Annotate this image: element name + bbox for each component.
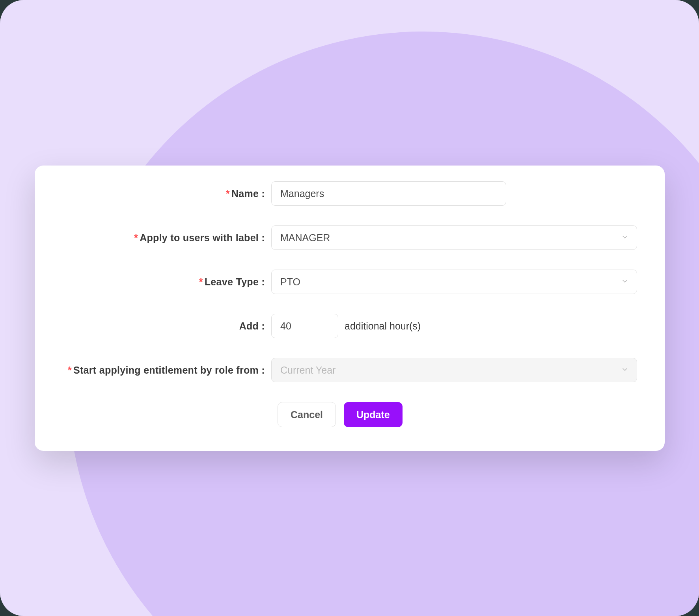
leave-type-select[interactable]: PTO [271, 270, 637, 294]
leave-type-input-col: PTO [271, 270, 637, 294]
name-input[interactable] [271, 181, 506, 206]
apply-label-label: *Apply to users with label : [62, 232, 271, 244]
add-input-col: additional hour(s) [271, 314, 637, 338]
apply-label-select[interactable]: MANAGER [271, 225, 637, 250]
leave-type-value: PTO [280, 276, 300, 288]
start-from-label-text: Start applying entitlement by role from … [73, 365, 265, 376]
leave-type-label: *Leave Type : [62, 276, 271, 288]
form-actions: Cancel Update [278, 402, 637, 427]
leave-type-row: *Leave Type : PTO [62, 270, 637, 294]
name-row: *Name : [62, 181, 637, 206]
page-background: *Name : *Apply to users with label : MAN… [0, 0, 699, 616]
start-from-label: *Start applying entitlement by role from… [62, 365, 271, 376]
name-label: *Name : [62, 188, 271, 199]
required-indicator: * [68, 365, 72, 376]
leave-type-label-text: Leave Type : [205, 276, 265, 287]
add-label-text: Add : [239, 320, 265, 331]
name-input-col [271, 181, 637, 206]
add-suffix-text: additional hour(s) [345, 320, 421, 332]
apply-label-text: Apply to users with label : [140, 232, 265, 243]
required-indicator: * [134, 232, 138, 243]
chevron-down-icon [621, 232, 629, 244]
start-from-input-col: Current Year [271, 358, 637, 382]
add-label: Add : [62, 320, 271, 332]
add-hours-input[interactable] [271, 314, 338, 338]
chevron-down-icon [621, 276, 629, 288]
cancel-button[interactable]: Cancel [278, 402, 336, 427]
required-indicator: * [199, 276, 203, 287]
apply-label-value: MANAGER [280, 232, 330, 244]
chevron-down-icon [621, 365, 629, 376]
update-button[interactable]: Update [344, 402, 403, 427]
start-from-placeholder: Current Year [280, 365, 336, 376]
entitlement-form-card: *Name : *Apply to users with label : MAN… [35, 166, 665, 451]
add-row: Add : additional hour(s) [62, 314, 637, 338]
apply-label-input-col: MANAGER [271, 225, 637, 250]
start-from-row: *Start applying entitlement by role from… [62, 358, 637, 382]
required-indicator: * [226, 188, 230, 199]
name-label-text: Name : [231, 188, 265, 199]
apply-label-row: *Apply to users with label : MANAGER [62, 225, 637, 250]
start-from-select[interactable]: Current Year [271, 358, 637, 382]
